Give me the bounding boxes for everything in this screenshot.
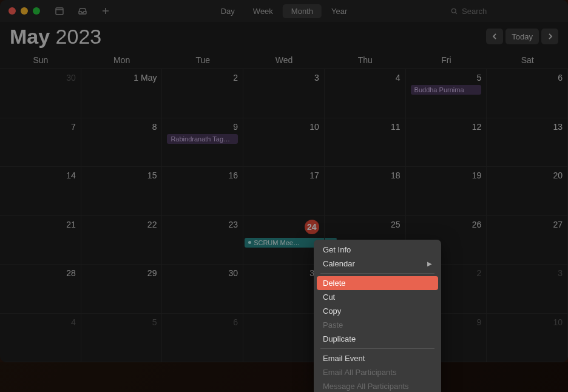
date-number: 18 xyxy=(330,171,401,180)
date-number: 9 xyxy=(167,122,238,132)
month-label: May xyxy=(10,25,50,48)
menu-separator xyxy=(320,273,434,274)
day-cell[interactable]: 30 xyxy=(0,69,81,118)
view-day-button[interactable]: Day xyxy=(212,4,243,18)
date-number: 17 xyxy=(248,171,319,180)
chevron-left-icon xyxy=(492,33,498,40)
event-chip[interactable]: Buddha Purnima xyxy=(411,85,482,95)
day-cell[interactable]: 28 xyxy=(0,265,81,314)
menu-item-label: Copy xyxy=(323,306,341,316)
day-cell[interactable]: 18 xyxy=(325,167,406,216)
menu-item-get-info[interactable]: Get Info xyxy=(317,243,438,257)
menu-item-label: Paste xyxy=(323,320,343,329)
menu-separator xyxy=(320,348,434,349)
svg-point-1 xyxy=(451,8,456,13)
day-cell[interactable]: 15 xyxy=(81,167,163,216)
header-row: May 2023 Today xyxy=(0,22,568,51)
calendars-icon[interactable] xyxy=(55,6,64,16)
month-grid: 301 May2345Buddha Purnima6789Rabindranat… xyxy=(0,69,568,362)
day-cell[interactable]: 4 xyxy=(325,69,406,118)
day-cell[interactable]: 29 xyxy=(81,265,163,314)
day-cell[interactable]: 22 xyxy=(81,216,163,265)
day-cell[interactable]: 9Rabindranath Tag… xyxy=(162,118,243,167)
day-cell[interactable]: 5Buddha Purnima xyxy=(406,69,487,118)
day-cell[interactable]: 30 xyxy=(162,265,243,314)
date-number: 11 xyxy=(330,122,401,132)
dayname-wed: Wed xyxy=(243,51,325,69)
day-cell[interactable]: 20 xyxy=(487,167,568,216)
day-cell[interactable]: 1 May xyxy=(81,69,163,118)
view-week-button[interactable]: Week xyxy=(245,4,282,18)
menu-item-calendar[interactable]: Calendar▶ xyxy=(317,257,438,271)
dayname-thu: Thu xyxy=(325,51,406,69)
menu-item-label: Duplicate xyxy=(323,334,356,343)
svg-rect-0 xyxy=(56,8,63,15)
menu-item-label: Delete xyxy=(323,279,346,288)
date-number: 7 xyxy=(248,317,319,327)
year-label: 2023 xyxy=(56,25,102,48)
search-field[interactable]: Search xyxy=(444,5,560,18)
day-cell[interactable]: 5 xyxy=(81,314,163,363)
menu-item-duplicate[interactable]: Duplicate xyxy=(317,332,438,346)
date-number: 29 xyxy=(86,268,157,278)
maximize-window-button[interactable] xyxy=(33,7,40,15)
day-cell[interactable]: 13 xyxy=(487,118,568,167)
menu-item-label: Cut xyxy=(323,292,335,302)
day-cell[interactable]: 12 xyxy=(406,118,487,167)
menu-item-message-all-participants: Message All Participants xyxy=(317,379,438,392)
day-cell[interactable]: 10 xyxy=(243,118,325,167)
minimize-window-button[interactable] xyxy=(21,7,28,15)
date-number: 23 xyxy=(167,220,238,229)
day-cell[interactable]: 19 xyxy=(406,167,487,216)
close-window-button[interactable] xyxy=(8,7,16,15)
day-cell[interactable]: 16 xyxy=(162,167,243,216)
date-number: 30 xyxy=(167,268,238,278)
day-cell[interactable]: 8 xyxy=(81,118,163,167)
date-number: 10 xyxy=(248,122,319,132)
today-date-number: 24 xyxy=(305,220,319,234)
dayname-mon: Mon xyxy=(81,51,163,69)
view-month-button[interactable]: Month xyxy=(283,4,322,18)
event-chip[interactable]: SCRUM Mee…1 xyxy=(245,238,325,248)
dayname-sat: Sat xyxy=(487,51,568,69)
titlebar: Day Week Month Year Search xyxy=(0,0,568,22)
day-cell[interactable]: 24SCRUM Mee…1 xyxy=(243,216,325,265)
add-event-icon[interactable] xyxy=(101,6,110,16)
next-month-button[interactable] xyxy=(541,29,558,44)
prev-month-button[interactable] xyxy=(486,29,503,44)
menu-item-email-event[interactable]: Email Event xyxy=(317,351,438,365)
day-cell[interactable]: 10 xyxy=(487,314,568,363)
day-cell[interactable]: 7 xyxy=(0,118,81,167)
day-cell[interactable]: 23 xyxy=(162,216,243,265)
view-year-button[interactable]: Year xyxy=(323,4,356,18)
date-number: 14 xyxy=(5,171,76,180)
event-dot-icon xyxy=(248,241,251,244)
day-cell[interactable]: 27 xyxy=(487,216,568,265)
menu-item-delete[interactable]: Delete xyxy=(317,276,438,290)
day-cell[interactable]: 2 xyxy=(162,69,243,118)
date-number: 22 xyxy=(86,220,157,229)
day-cell[interactable]: 6 xyxy=(162,314,243,363)
date-number: 28 xyxy=(5,268,76,278)
menu-item-cut[interactable]: Cut xyxy=(317,290,438,304)
nav-group: Today xyxy=(486,29,558,44)
inbox-icon[interactable] xyxy=(78,6,87,16)
day-cell[interactable]: 3 xyxy=(243,69,325,118)
day-cell[interactable]: 6 xyxy=(487,69,568,118)
day-cell[interactable]: 4 xyxy=(0,314,81,363)
day-cell[interactable]: 17 xyxy=(243,167,325,216)
date-number: 19 xyxy=(411,171,482,180)
day-cell[interactable]: 14 xyxy=(0,167,81,216)
date-number: 16 xyxy=(167,171,238,180)
day-cell[interactable]: 11 xyxy=(325,118,406,167)
day-cell[interactable]: 3 xyxy=(487,265,568,314)
date-number: 27 xyxy=(492,220,563,229)
day-cell[interactable]: 7 xyxy=(243,314,325,363)
page-title: May 2023 xyxy=(10,25,101,49)
day-cell[interactable]: 31 xyxy=(243,265,325,314)
event-chip[interactable]: Rabindranath Tag… xyxy=(167,134,238,144)
menu-item-copy[interactable]: Copy xyxy=(317,304,438,318)
date-number: 3 xyxy=(492,268,563,278)
today-button[interactable]: Today xyxy=(505,29,539,44)
day-cell[interactable]: 21 xyxy=(0,216,81,265)
